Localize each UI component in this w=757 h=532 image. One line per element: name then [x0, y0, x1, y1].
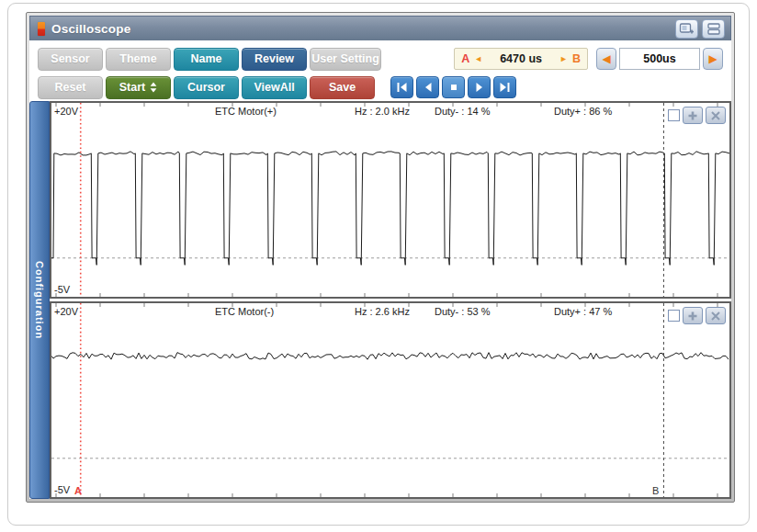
channel-1: +20V ETC Motor(+) Hz : 2.0 kHz Duty- : 1… [50, 101, 731, 299]
cursor-b-label: B [572, 52, 581, 65]
ch1-select-checkbox[interactable] [668, 109, 680, 121]
ch2-top-scale: +20V [54, 306, 78, 317]
skip-to-end-button[interactable] [493, 76, 516, 98]
oscilloscope-window: Oscilloscope Sensor Theme Name Review Us… [26, 12, 735, 503]
user-setting-button[interactable]: User Setting [310, 48, 381, 71]
configuration-tab[interactable]: Configuration [29, 101, 50, 499]
configuration-tab-label: Configuration [34, 261, 45, 339]
ch2-title: ETC Motor(-) [215, 306, 274, 317]
ch1-frequency: Hz : 2.0 kHz [355, 106, 410, 117]
cursor-button[interactable]: Cursor [174, 76, 239, 99]
ch1-zoom-in-icon[interactable] [683, 107, 703, 124]
cursor-a-label: A [461, 52, 469, 65]
cursor-ab-readout: A ◄ 6470 us ► B [454, 48, 588, 70]
ch2-close-icon[interactable] [706, 307, 726, 324]
timebase-control: ◀ 500us ▶ [596, 48, 723, 70]
ch2-frequency: Hz : 2.6 kHz [355, 306, 410, 317]
timebase-decrease-button[interactable]: ◀ [596, 48, 616, 70]
ch2-duty-minus: Duty- : 53 % [435, 306, 491, 317]
ch2-zoom-in-icon[interactable] [683, 307, 703, 324]
plot-region: Configuration +20V ETC Motor(+) Hz : 2.0… [29, 101, 731, 499]
waveform-ch2 [51, 303, 729, 497]
review-button[interactable]: Review [242, 48, 307, 71]
toolbar: Sensor Theme Name Review User Setting A … [29, 40, 731, 101]
ch2-duty-plus: Duty+ : 47 % [554, 306, 612, 317]
waveform-ch1 [51, 103, 729, 297]
cursor-b-marker[interactable]: B [652, 485, 659, 496]
cursor-a-arrow-icon: ◄ [474, 54, 482, 63]
step-forward-button[interactable] [468, 76, 491, 98]
timebase-increase-button[interactable]: ▶ [703, 48, 723, 70]
step-back-button[interactable] [416, 76, 439, 98]
viewall-button[interactable]: ViewAll [242, 76, 307, 99]
timebase-value: 500us [619, 48, 700, 70]
reset-button[interactable]: Reset [38, 76, 103, 99]
app-icon [38, 22, 45, 36]
ch1-bottom-scale: -5V [54, 284, 70, 295]
ch2-select-checkbox[interactable] [668, 310, 680, 322]
save-button[interactable]: Save [310, 76, 375, 99]
ch1-close-icon[interactable] [706, 107, 726, 124]
cursor-ab-time-value: 6470 us [487, 52, 555, 65]
cursor-a-marker[interactable]: A [74, 485, 82, 496]
channel-2: +20V ETC Motor(-) Hz : 2.6 kHz Duty- : 5… [50, 301, 731, 499]
new-window-icon[interactable] [675, 19, 698, 39]
ch1-duty-minus: Duty- : 14 % [435, 106, 491, 117]
skip-to-start-button[interactable] [390, 76, 413, 98]
ch2-bottom-scale: -5V [54, 484, 70, 495]
window-title: Oscilloscope [51, 22, 130, 36]
sensor-button[interactable]: Sensor [38, 48, 103, 71]
ch1-title: ETC Motor(+) [215, 106, 277, 117]
name-button[interactable]: Name [174, 48, 239, 71]
up-down-arrows-icon [150, 82, 157, 93]
start-button[interactable]: Start [106, 76, 171, 99]
ch1-duty-plus: Duty+ : 86 % [554, 106, 612, 117]
titlebar: Oscilloscope [29, 16, 731, 40]
stop-button[interactable] [442, 76, 465, 98]
theme-button[interactable]: Theme [106, 48, 171, 71]
cursor-b-arrow-icon: ► [559, 54, 568, 63]
tile-window-icon[interactable] [702, 19, 725, 39]
start-button-label: Start [119, 81, 145, 94]
ch1-top-scale: +20V [54, 106, 78, 117]
playback-controls [390, 76, 516, 98]
